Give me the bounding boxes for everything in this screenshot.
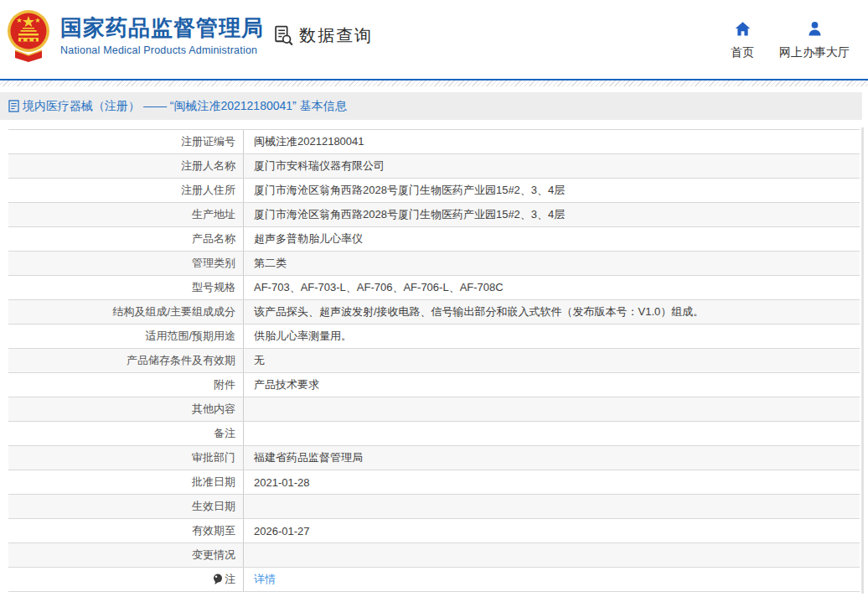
detail-table: 注册证编号闽械注准20212180041注册人名称厦门市安科瑞仪器有限公司注册人… <box>8 129 860 592</box>
row-value: 厦门市海沧区翁角西路2028号厦门生物医药产业园15#2、3、4层 <box>244 203 860 226</box>
table-row: 管理类别第二类 <box>8 252 860 276</box>
table-row: 审批部门福建省药品监督管理局 <box>8 446 860 470</box>
page-header: 国家药品监督管理局 National Medical Products Admi… <box>0 0 868 79</box>
data-query-label: 数据查询 <box>299 24 373 47</box>
nav-service-hall[interactable]: 网上办事大厅 <box>779 20 850 60</box>
row-label: 批准日期 <box>8 470 244 494</box>
table-row: 型号规格AF-703、AF-703-L、AF-706、AF-706-L、AF-7… <box>8 276 860 300</box>
row-value <box>244 397 860 421</box>
breadcrumb: 境内医疗器械（注册） —— “闽械注准20212180041” 基本信息 <box>0 92 862 120</box>
row-label: 备注 <box>8 422 244 445</box>
hatch-strip <box>0 80 868 86</box>
row-label: 产品名称 <box>8 227 244 251</box>
row-value <box>244 495 860 518</box>
row-label: 注册人住所 <box>8 179 244 202</box>
table-row: 生产地址厦门市海沧区翁角西路2028号厦门生物医药产业园15#2、3、4层 <box>8 203 860 227</box>
document-icon <box>8 100 19 112</box>
row-value <box>244 543 860 567</box>
row-value: 厦门市海沧区翁角西路2028号厦门生物医药产业园15#2、3、4层 <box>244 179 860 202</box>
table-row: 注册证编号闽械注准20212180041 <box>8 130 860 154</box>
row-label: 注 <box>8 568 244 591</box>
row-value <box>244 422 860 445</box>
row-value: 福建省药品监督管理局 <box>244 446 860 470</box>
row-label: 审批部门 <box>8 446 244 470</box>
row-value: 超声多普勒胎儿心率仪 <box>244 227 860 251</box>
row-value: 厦门市安科瑞仪器有限公司 <box>244 154 860 178</box>
nav-home-label: 首页 <box>731 45 754 60</box>
row-value: 产品技术要求 <box>244 373 860 397</box>
row-label: 产品储存条件及有效期 <box>8 349 244 372</box>
table-row: 结构及组成/主要组成成分该产品探头、超声波发射/接收电路、信号输出部分和嵌入式软… <box>8 300 860 324</box>
row-value: AF-703、AF-703-L、AF-706、AF-706-L、AF-708C <box>244 276 860 299</box>
row-label: 结构及组成/主要组成成分 <box>8 300 244 324</box>
row-label: 型号规格 <box>8 276 244 299</box>
table-row: 适用范围/预期用途供胎儿心率测量用。 <box>8 324 860 349</box>
national-emblem-icon <box>7 8 50 64</box>
row-label: 注册人名称 <box>8 154 244 178</box>
table-row: 附件产品技术要求 <box>8 373 860 397</box>
breadcrumb-text: 境内医疗器械（注册） —— “闽械注准20212180041” 基本信息 <box>23 99 347 114</box>
nav-home[interactable]: 首页 <box>731 20 754 60</box>
data-query-icon <box>272 24 295 47</box>
table-row: 批准日期2021-01-28 <box>8 470 860 495</box>
row-value: 无 <box>244 349 860 372</box>
table-row: 变更情况 <box>8 543 860 568</box>
scrollbar[interactable] <box>861 127 864 594</box>
site-logo[interactable]: 国家药品监督管理局 National Medical Products Admi… <box>7 8 264 64</box>
row-label: 附件 <box>8 373 244 397</box>
row-value: 第二类 <box>244 252 860 275</box>
row-label: 有效期至 <box>8 519 244 542</box>
brand-text: 国家药品监督管理局 National Medical Products Admi… <box>60 16 264 56</box>
row-value: 该产品探头、超声波发射/接收电路、信号输出部分和嵌入式软件（发布版本号：V1.0… <box>244 300 860 324</box>
table-row: 注册人名称厦门市安科瑞仪器有限公司 <box>8 154 860 179</box>
org-name-cn: 国家药品监督管理局 <box>60 16 264 41</box>
row-value: 详情 <box>244 568 860 591</box>
top-nav: 首页 网上办事大厅 <box>731 20 850 60</box>
user-icon <box>806 20 824 38</box>
row-value: 闽械注准20212180041 <box>244 130 860 153</box>
table-row: 生效日期 <box>8 495 860 519</box>
table-row: 有效期至2026-01-27 <box>8 519 860 543</box>
row-label: 生产地址 <box>8 203 244 226</box>
row-label: 其他内容 <box>8 397 244 421</box>
table-row: 备注 <box>8 422 860 446</box>
row-value: 2021-01-28 <box>244 470 860 494</box>
row-label: 生效日期 <box>8 495 244 518</box>
row-label: 注册证编号 <box>8 130 244 153</box>
row-value: 2026-01-27 <box>244 519 860 542</box>
table-row: 其他内容 <box>8 397 860 422</box>
table-row: 产品储存条件及有效期无 <box>8 349 860 373</box>
row-value: 供胎儿心率测量用。 <box>244 324 860 348</box>
home-icon <box>734 20 752 38</box>
org-name-en: National Medical Products Administration <box>60 44 264 56</box>
row-label: 管理类别 <box>8 252 244 275</box>
row-label: 变更情况 <box>8 543 244 567</box>
detail-link[interactable]: 详情 <box>254 572 276 587</box>
note-balloon-icon <box>213 574 223 585</box>
data-query-tab[interactable]: 数据查询 <box>272 24 373 47</box>
row-label: 适用范围/预期用途 <box>8 324 244 348</box>
table-row: 产品名称超声多普勒胎儿心率仪 <box>8 227 860 252</box>
table-row: 注册人住所厦门市海沧区翁角西路2028号厦门生物医药产业园15#2、3、4层 <box>8 179 860 203</box>
table-row: 注详情 <box>8 568 860 592</box>
nav-service-hall-label: 网上办事大厅 <box>779 45 850 60</box>
